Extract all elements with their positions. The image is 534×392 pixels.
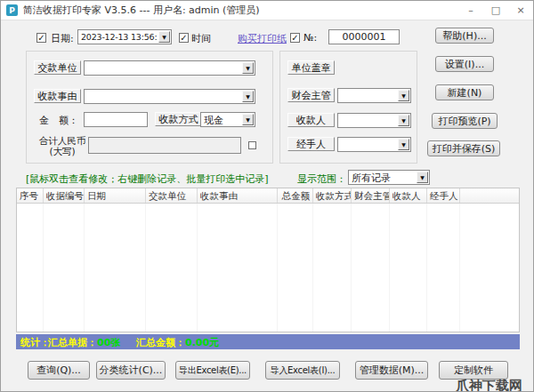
table-body-column [44, 204, 85, 332]
stats-amount-value: 0.00元 [185, 336, 219, 349]
table-body-column [427, 204, 460, 332]
table-body-column [17, 204, 44, 332]
stats-docs-value: 00张 [97, 336, 120, 349]
handler-button[interactable]: 经手人 [287, 137, 335, 151]
chevron-down-icon[interactable]: ▼ [242, 62, 254, 74]
chevron-down-icon[interactable]: ▼ [398, 139, 409, 150]
signers-groupbox: 单位盖章 财会主管 ▼ 收款人 ▼ 经手人 ▼ [279, 51, 417, 164]
payer-unit-button[interactable]: 交款单位 [34, 60, 81, 75]
print-save-button[interactable]: 打印并保存(S) [427, 140, 500, 156]
stats-amount-label: 汇总金额： [136, 336, 185, 349]
payment-reason-button[interactable]: 收款事由 [34, 89, 81, 103]
import-excel-button[interactable]: 导入Excel表(I)... [265, 361, 340, 380]
chevron-down-icon[interactable]: ▼ [158, 31, 170, 43]
new-button[interactable]: 新建(N) [435, 84, 494, 100]
payment-reason-combobox[interactable]: ▼ [84, 89, 255, 104]
amount-label: 金 额： [39, 114, 78, 127]
table-body[interactable] [17, 204, 519, 332]
manage-data-button[interactable]: 管理数据(M)... [355, 361, 428, 380]
stats-bar: 统计： 汇总单据： 00张 汇总金额： 0.00元 [16, 334, 520, 349]
payment-method-button[interactable]: 收款方式 [155, 112, 202, 126]
custom-software-button[interactable]: 定制软件 [439, 361, 508, 380]
chevron-down-icon[interactable]: ▼ [398, 115, 409, 126]
table-column-header[interactable]: 总金额 [278, 188, 313, 203]
table-body-column [278, 204, 313, 332]
table-column-header-filler [460, 188, 519, 203]
table-body-column [352, 204, 390, 332]
chevron-down-icon[interactable]: ▼ [398, 90, 409, 101]
table-body-column [198, 204, 278, 332]
table-column-header[interactable]: 收款人 [390, 188, 427, 203]
chevron-down-icon[interactable]: ▼ [242, 91, 254, 102]
receipt-number-field[interactable] [328, 29, 400, 44]
unit-stamp-button[interactable]: 单位盖章 [287, 60, 335, 75]
amount-in-words-field[interactable] [88, 137, 241, 154]
table-column-header[interactable]: 日期 [85, 188, 146, 203]
table-column-header[interactable]: 序号 [17, 188, 44, 203]
amount-in-words-checkbox[interactable] [248, 141, 256, 149]
payer-unit-combobox[interactable]: ▼ [84, 60, 255, 76]
amount-in-words-label: 合计人民币 (大写) [37, 135, 87, 156]
chevron-down-icon[interactable]: ▼ [417, 172, 428, 183]
no-checkbox-label: №: [303, 32, 317, 44]
table-column-header[interactable]: 交款单位 [146, 188, 198, 203]
display-scope-label: 显示范围： [297, 172, 346, 186]
handler-combobox[interactable]: ▼ [337, 137, 411, 152]
payee-combobox[interactable]: ▼ [337, 113, 411, 128]
window-title: 简洁收据打印专家 V3.5.6 --- 用户名: admin (管理员) [23, 4, 260, 17]
payee-button[interactable]: 收款人 [287, 113, 335, 127]
payment-method-value: 现金 [204, 114, 241, 127]
app-window: P 简洁收据打印专家 V3.5.6 --- 用户名: admin (管理员) –… [0, 0, 534, 392]
watermark-text: 爪神下载网 [456, 378, 522, 392]
export-excel-button[interactable]: 导出Excel表(E)... [175, 361, 250, 380]
table-column-header[interactable]: 收款事由 [198, 188, 278, 203]
table-column-header[interactable]: 收款方式 [313, 188, 352, 203]
receipt-form-groupbox: 交款单位 ▼ 收款事由 ▼ 金 额： 收款方式 现金 ▼ 合计人民币 (大写) [26, 51, 273, 164]
buy-paper-link[interactable]: 购买打印纸 [238, 32, 287, 45]
close-icon[interactable]: × [508, 1, 533, 20]
table-column-header[interactable]: 财会主管 [352, 188, 390, 203]
table-body-column [146, 204, 198, 332]
table-column-header[interactable]: 收据编号 [44, 188, 85, 203]
table-body-column [313, 204, 352, 332]
query-button[interactable]: 查询(Q)... [28, 361, 90, 380]
maximize-icon[interactable]: □ [483, 1, 508, 20]
date-value: 2023-12-13 13:56:23 [81, 32, 158, 42]
settings-button[interactable]: 设置(I)... [435, 56, 494, 72]
payment-method-combobox[interactable]: 现金 ▼ [200, 112, 255, 127]
table-header: 序号收据编号日期交款单位收款事由总金额收款方式财会主管收款人经手人 [17, 188, 519, 204]
stats-label: 统计： [20, 336, 50, 349]
table-body-column [390, 204, 427, 332]
table-column-header[interactable]: 经手人 [427, 188, 460, 203]
accountant-button[interactable]: 财会主管 [287, 88, 335, 102]
records-hint-text: [鼠标双击查看修改；右键删除记录、批量打印选中记录] [26, 172, 269, 186]
category-stats-button[interactable]: 分类统计(C)... [96, 361, 166, 380]
date-combobox[interactable]: 2023-12-13 13:56:23 ▼ [77, 29, 172, 44]
display-scope-value: 所有记录 [352, 172, 416, 185]
chevron-down-icon[interactable]: ▼ [242, 114, 254, 125]
titlebar: P 简洁收据打印专家 V3.5.6 --- 用户名: admin (管理员) –… [1, 1, 533, 20]
help-button[interactable]: 帮助(H)... [435, 28, 494, 44]
window-controls: – □ × [458, 1, 533, 20]
records-table: 序号收据编号日期交款单位收款事由总金额收款方式财会主管收款人经手人 [16, 188, 520, 332]
time-checkbox[interactable]: ✓ [179, 33, 189, 43]
table-body-column [85, 204, 146, 332]
print-preview-button[interactable]: 打印预览(P) [432, 113, 498, 129]
date-checkbox-label: 日期: [51, 32, 74, 45]
accountant-combobox[interactable]: ▼ [337, 88, 411, 103]
stats-docs-label: 汇总单据： [48, 336, 97, 349]
time-checkbox-label: 时间 [191, 32, 211, 45]
date-checkbox[interactable]: ✓ [36, 33, 46, 43]
no-checkbox[interactable]: ✓ [290, 33, 300, 43]
app-icon: P [6, 4, 18, 16]
amount-field[interactable] [84, 112, 148, 127]
minimize-icon[interactable]: – [458, 1, 483, 20]
display-scope-combobox[interactable]: 所有记录 ▼ [348, 170, 430, 185]
